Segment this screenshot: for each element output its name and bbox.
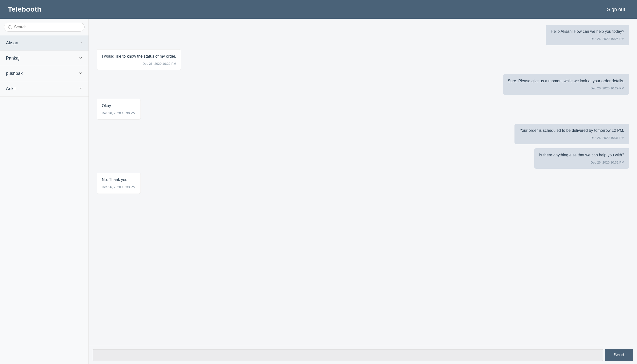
message-text: Sure. Please give us a moment while we l…	[508, 78, 624, 84]
message-row: No. Thank you. Dec 26, 2020 10:33 PM	[97, 173, 629, 194]
message-bubble: No. Thank you. Dec 26, 2020 10:33 PM	[97, 173, 141, 194]
message-row: Hello Aksan! How can we help you today? …	[97, 25, 629, 45]
message-time: Dec 26, 2020 10:33 PM	[102, 185, 136, 190]
main-layout: Aksan Pankaj pushpak Ankit	[0, 19, 637, 364]
search-input[interactable]	[14, 25, 81, 29]
message-bubble: I would like to know the status of my or…	[97, 49, 181, 70]
contact-item-pankaj[interactable]: Pankaj	[0, 51, 89, 66]
contact-name: Pankaj	[6, 56, 20, 61]
contact-item-aksan[interactable]: Aksan	[0, 36, 89, 51]
sidebar: Aksan Pankaj pushpak Ankit	[0, 19, 89, 364]
message-time: Dec 26, 2020 10:25 PM	[551, 36, 624, 41]
message-time: Dec 26, 2020 10:29 PM	[102, 61, 176, 66]
message-time: Dec 26, 2020 10:32 PM	[539, 160, 624, 165]
message-text: Your order is scheduled to be delivered …	[519, 128, 624, 134]
search-container	[0, 19, 89, 34]
send-button[interactable]: Send	[605, 349, 633, 361]
message-text: I would like to know the status of my or…	[102, 54, 176, 59]
contact-name: Aksan	[6, 40, 18, 46]
contact-name: pushpak	[6, 71, 23, 76]
chevron-down-icon	[79, 86, 83, 91]
message-input[interactable]	[93, 349, 603, 361]
svg-line-1	[11, 28, 11, 28]
message-row: Is there anything else that we can help …	[97, 148, 629, 169]
message-text: Is there anything else that we can help …	[539, 152, 624, 158]
message-row: I would like to know the status of my or…	[97, 49, 629, 70]
message-bubble: Okay. Dec 26, 2020 10:30 PM	[97, 99, 141, 120]
message-time: Dec 26, 2020 10:31 PM	[519, 136, 624, 140]
contact-item-pushpak[interactable]: pushpak	[0, 66, 89, 81]
contact-item-ankit[interactable]: Ankit	[0, 81, 89, 96]
message-bubble: Sure. Please give us a moment while we l…	[503, 74, 629, 95]
chevron-down-icon	[79, 56, 83, 60]
message-time: Dec 26, 2020 10:30 PM	[102, 111, 136, 116]
messages-container: Hello Aksan! How can we help you today? …	[89, 19, 637, 346]
app-logo: Telebooth	[8, 6, 42, 13]
contacts-list: Aksan Pankaj pushpak Ankit	[0, 34, 89, 364]
input-area: Send	[89, 346, 637, 364]
chat-area: Hello Aksan! How can we help you today? …	[89, 19, 637, 364]
contact-name: Ankit	[6, 86, 16, 91]
message-text: Hello Aksan! How can we help you today?	[551, 28, 624, 34]
message-row: Your order is scheduled to be delivered …	[97, 124, 629, 144]
search-wrapper	[4, 23, 85, 32]
message-text: No. Thank you.	[102, 177, 136, 183]
chevron-down-icon	[79, 41, 83, 45]
message-row: Okay. Dec 26, 2020 10:30 PM	[97, 99, 629, 120]
search-icon	[8, 25, 12, 29]
chevron-down-icon	[79, 71, 83, 76]
sign-out-button[interactable]: Sign out	[603, 5, 629, 14]
message-bubble: Your order is scheduled to be delivered …	[514, 124, 629, 144]
message-time: Dec 26, 2020 10:29 PM	[508, 86, 624, 91]
message-row: Sure. Please give us a moment while we l…	[97, 74, 629, 95]
message-text: Okay.	[102, 103, 136, 109]
message-bubble: Is there anything else that we can help …	[534, 148, 629, 169]
app-header: Telebooth Sign out	[0, 0, 637, 19]
message-bubble: Hello Aksan! How can we help you today? …	[546, 25, 629, 45]
